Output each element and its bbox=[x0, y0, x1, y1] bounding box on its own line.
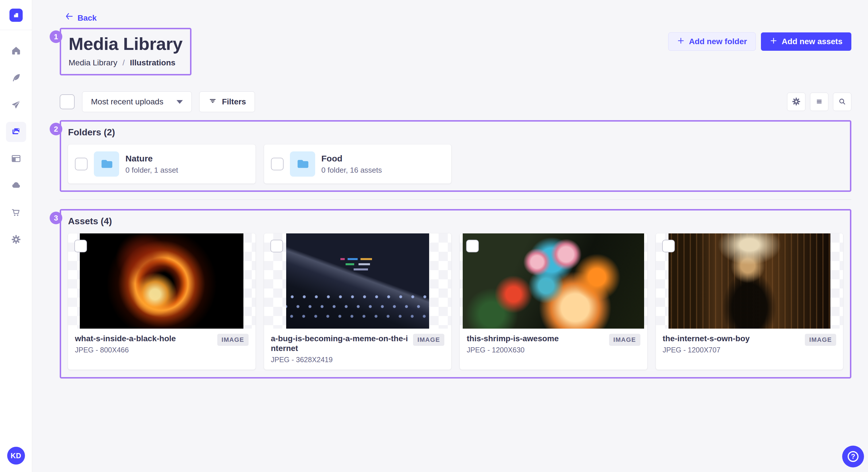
chevron-down-icon bbox=[177, 100, 183, 104]
asset-thumbnail-area bbox=[656, 233, 843, 329]
cloud-icon bbox=[11, 180, 22, 192]
asset-meta: JPEG - 1200X630 bbox=[467, 346, 559, 354]
asset-checkbox[interactable] bbox=[662, 240, 675, 252]
asset-image bbox=[80, 233, 243, 329]
back-label: Back bbox=[78, 13, 97, 23]
asset-card[interactable]: the-internet-s-own-boy JPEG - 1200X707 I… bbox=[656, 233, 843, 370]
list-view-button[interactable] bbox=[810, 93, 828, 111]
folder-card[interactable]: Food 0 folder, 16 assets bbox=[264, 144, 452, 183]
sidebar-item-content[interactable] bbox=[6, 68, 26, 88]
list-view-icon bbox=[814, 97, 824, 107]
breadcrumb-parent[interactable]: Media Library bbox=[69, 58, 117, 68]
arrow-left-icon bbox=[65, 12, 73, 23]
annotation-box-title: 1 Media Library Media Library / Illustra… bbox=[60, 28, 191, 75]
toolbar-right bbox=[787, 93, 851, 111]
asset-card-footer: this-shrimp-is-awesome JPEG - 1200X630 I… bbox=[460, 329, 647, 370]
folder-meta: 0 folder, 1 asset bbox=[125, 166, 178, 175]
folder-checkbox[interactable] bbox=[271, 158, 284, 170]
cart-icon bbox=[11, 207, 22, 219]
add-new-assets-button[interactable]: Add new assets bbox=[761, 32, 851, 51]
media-library-icon bbox=[11, 126, 22, 138]
help-button[interactable]: ? bbox=[842, 446, 864, 467]
asset-card-footer: what-s-inside-a-black-hole JPEG - 800X46… bbox=[68, 329, 255, 370]
asset-type-badge: IMAGE bbox=[609, 334, 640, 346]
filters-button[interactable]: Filters bbox=[199, 92, 255, 112]
asset-card[interactable]: what-s-inside-a-black-hole JPEG - 800X46… bbox=[68, 233, 255, 370]
asset-image bbox=[669, 233, 830, 329]
folder-icon bbox=[94, 151, 119, 177]
annotation-box-folders: 2 Folders (2) Nature 0 folder, 1 asset F… bbox=[60, 120, 851, 192]
sidebar-item-content-type-builder[interactable] bbox=[6, 149, 26, 169]
search-button[interactable] bbox=[833, 93, 851, 111]
asset-thumbnail-area bbox=[460, 233, 647, 329]
folder-card[interactable]: Nature 0 folder, 1 asset bbox=[68, 144, 255, 183]
add-assets-label: Add new assets bbox=[782, 37, 842, 46]
sidebar-item-media-library[interactable] bbox=[6, 122, 26, 142]
asset-card-footer: a-bug-is-becoming-a-meme-on-the-internet… bbox=[264, 329, 452, 370]
view-settings-button[interactable] bbox=[787, 93, 805, 111]
asset-title: this-shrimp-is-awesome bbox=[467, 334, 559, 343]
asset-image bbox=[286, 233, 429, 329]
folder-text: Nature 0 folder, 1 asset bbox=[125, 154, 178, 175]
assets-heading: Assets (4) bbox=[68, 216, 843, 227]
asset-text: this-shrimp-is-awesome JPEG - 1200X630 bbox=[467, 334, 559, 364]
back-link[interactable]: Back bbox=[65, 12, 97, 23]
asset-meta: JPEG - 1200X707 bbox=[663, 346, 750, 354]
asset-meta: JPEG - 800X466 bbox=[75, 346, 176, 354]
sort-select[interactable]: Most recent uploads bbox=[82, 92, 192, 112]
asset-card[interactable]: a-bug-is-becoming-a-meme-on-the-internet… bbox=[264, 233, 452, 370]
folders-heading: Folders (2) bbox=[68, 127, 843, 138]
asset-image bbox=[463, 233, 644, 329]
header-row: 1 Media Library Media Library / Illustra… bbox=[60, 28, 851, 75]
layout-icon bbox=[11, 153, 22, 165]
sidebar: KD bbox=[0, 0, 32, 472]
sidebar-item-cloud[interactable] bbox=[6, 176, 26, 196]
annotation-box-assets: 3 Assets (4) what-s-inside-a-black-hole … bbox=[60, 209, 851, 378]
settings-gear-icon bbox=[11, 234, 22, 246]
folder-meta: 0 folder, 16 assets bbox=[321, 166, 382, 175]
asset-title: what-s-inside-a-black-hole bbox=[75, 334, 176, 343]
annotation-badge-2: 2 bbox=[50, 123, 62, 135]
sidebar-item-home[interactable] bbox=[6, 41, 26, 61]
folder-icon bbox=[290, 151, 315, 177]
breadcrumb-current: Illustrations bbox=[130, 58, 175, 68]
asset-checkbox[interactable] bbox=[270, 240, 283, 252]
filters-label: Filters bbox=[222, 97, 246, 106]
asset-text: a-bug-is-becoming-a-meme-on-the-internet… bbox=[271, 334, 408, 364]
asset-thumbnail-area bbox=[264, 233, 452, 329]
annotation-badge-3: 3 bbox=[50, 212, 62, 224]
annotation-badge-1: 1 bbox=[50, 30, 62, 43]
header-actions: Add new folder Add new assets bbox=[668, 32, 851, 51]
asset-type-badge: IMAGE bbox=[805, 334, 836, 346]
folder-name[interactable]: Food bbox=[321, 154, 382, 164]
asset-thumbnail-area bbox=[68, 233, 255, 329]
home-icon bbox=[11, 45, 22, 57]
strapi-logo-icon[interactable] bbox=[9, 9, 23, 22]
user-avatar[interactable]: KD bbox=[7, 447, 25, 465]
asset-type-badge: IMAGE bbox=[217, 334, 249, 346]
add-new-folder-button[interactable]: Add new folder bbox=[668, 32, 756, 51]
sidebar-item-releases[interactable] bbox=[6, 95, 26, 115]
toolbar: Most recent uploads Filters bbox=[60, 92, 851, 112]
asset-title: the-internet-s-own-boy bbox=[663, 334, 750, 343]
folder-checkbox[interactable] bbox=[75, 158, 88, 170]
sort-select-value: Most recent uploads bbox=[91, 97, 163, 106]
asset-meta: JPEG - 3628X2419 bbox=[271, 356, 408, 364]
asset-title: a-bug-is-becoming-a-meme-on-the-internet bbox=[271, 334, 408, 353]
asset-card[interactable]: this-shrimp-is-awesome JPEG - 1200X630 I… bbox=[460, 233, 647, 370]
avatar-initials: KD bbox=[11, 452, 21, 460]
question-mark-icon: ? bbox=[848, 451, 859, 462]
asset-type-badge: IMAGE bbox=[413, 334, 444, 346]
sidebar-item-marketplace[interactable] bbox=[6, 203, 26, 223]
select-all-checkbox[interactable] bbox=[60, 94, 74, 109]
folder-name[interactable]: Nature bbox=[125, 154, 178, 164]
asset-card-footer: the-internet-s-own-boy JPEG - 1200X707 I… bbox=[656, 329, 843, 370]
asset-checkbox[interactable] bbox=[74, 240, 87, 252]
toolbar-left: Most recent uploads Filters bbox=[60, 92, 255, 112]
sidebar-item-settings[interactable] bbox=[6, 230, 26, 250]
folders-grid: Nature 0 folder, 1 asset Food 0 folder, … bbox=[68, 144, 843, 183]
asset-text: what-s-inside-a-black-hole JPEG - 800X46… bbox=[75, 334, 176, 364]
folder-text: Food 0 folder, 16 assets bbox=[321, 154, 382, 175]
asset-checkbox[interactable] bbox=[466, 240, 479, 252]
breadcrumb-separator: / bbox=[123, 58, 125, 68]
